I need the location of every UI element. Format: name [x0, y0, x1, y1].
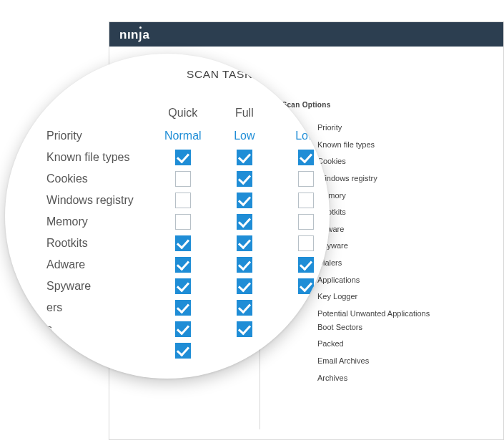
option-label: Windows registry	[317, 174, 446, 183]
row-label: ers	[46, 300, 152, 316]
row-label: s	[46, 321, 152, 337]
checkbox[interactable]	[175, 343, 191, 359]
title-bar: nınȷa	[109, 22, 503, 47]
row-label: Rootkits	[46, 235, 152, 251]
checkbox[interactable]	[237, 278, 252, 294]
checkbox[interactable]	[298, 193, 314, 208]
checkbox[interactable]	[175, 278, 191, 294]
magnifier-lens: SCAN TASK O Quick Full Priority Normal L…	[5, 54, 330, 379]
checkbox[interactable]	[298, 257, 314, 273]
checkbox[interactable]	[175, 214, 191, 230]
checkbox[interactable]	[298, 235, 314, 251]
checkbox[interactable]	[175, 321, 191, 337]
option-label: Packed	[317, 339, 446, 349]
checkbox[interactable]	[237, 257, 252, 273]
option-label: Email Archives	[317, 356, 446, 366]
option-label: Dialers	[317, 258, 446, 268]
option-label: Boot Sectors	[317, 323, 446, 332]
row-label: Windows registry	[46, 193, 152, 208]
option-label: Rootkits	[317, 208, 446, 217]
checkbox[interactable]	[237, 321, 252, 337]
checkbox[interactable]	[175, 257, 191, 273]
option-label: Archives	[317, 374, 446, 383]
checkbox[interactable]	[175, 235, 191, 251]
option-label: Memory	[317, 191, 446, 200]
checkbox[interactable]	[298, 171, 314, 187]
brand-logo: nınȷa	[119, 27, 149, 42]
checkbox[interactable]	[298, 150, 314, 165]
priority-select-full[interactable]: Low	[214, 128, 275, 144]
checkbox[interactable]	[237, 300, 252, 316]
option-label: Key Logger	[317, 292, 446, 301]
row-label: Spyware	[46, 278, 152, 294]
option-label: Spyware	[317, 241, 446, 250]
row-label: Memory	[46, 214, 152, 230]
column-header-quick: Quick	[152, 107, 214, 122]
scan-options-table: Quick Full Priority Normal Low Low Known…	[46, 101, 330, 364]
checkbox[interactable]	[237, 235, 252, 251]
checkbox[interactable]	[175, 300, 191, 316]
checkbox[interactable]	[237, 193, 252, 208]
column-header-full: Full	[214, 107, 275, 122]
option-label: Potential Unwanted Applications	[317, 309, 446, 318]
option-label: Known file types	[317, 140, 446, 150]
row-label: Adware	[46, 257, 152, 273]
row-label	[46, 343, 152, 359]
row-label: Cookies	[46, 171, 152, 187]
checkbox[interactable]	[237, 171, 252, 187]
checkbox[interactable]	[175, 171, 191, 187]
priority-select-quick[interactable]: Normal	[152, 128, 214, 144]
checkbox[interactable]	[175, 150, 191, 165]
checkbox[interactable]	[175, 193, 191, 208]
checkbox[interactable]	[237, 214, 252, 230]
option-label: Priority	[317, 123, 446, 132]
option-label: Applications	[317, 276, 446, 285]
option-label-list: Priority Known file types Cookies Window…	[317, 123, 446, 429]
option-label: Cookies	[317, 157, 446, 166]
checkbox[interactable]	[237, 150, 252, 165]
option-label: Adware	[317, 225, 446, 234]
row-label-priority: Priority	[46, 128, 152, 144]
checkbox[interactable]	[298, 214, 314, 230]
row-label: Known file types	[46, 150, 152, 165]
